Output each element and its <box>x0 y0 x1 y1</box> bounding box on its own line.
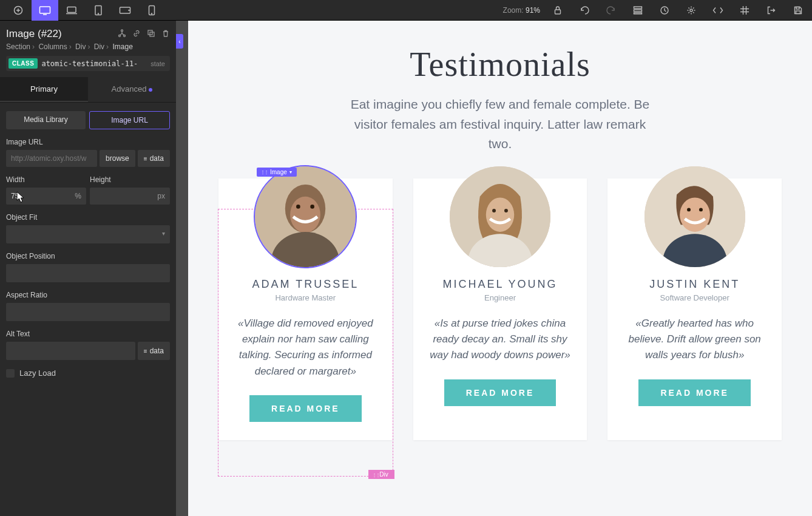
avatar-image[interactable] <box>645 166 745 267</box>
svg-point-14 <box>690 9 692 12</box>
structure-icon[interactable] <box>629 1 647 19</box>
aspect-ratio-input[interactable] <box>6 303 170 321</box>
height-unit[interactable]: px <box>157 192 170 200</box>
state-selector[interactable]: state <box>151 60 167 67</box>
page-preview[interactable]: Testimonials Eat imagine you chiefly few… <box>188 21 812 516</box>
object-position-label: Object Position <box>6 252 170 260</box>
element-title: Image (#22) <box>6 28 62 40</box>
svg-point-24 <box>290 196 320 233</box>
lazy-load-row[interactable]: Lazy Load <box>6 368 170 378</box>
alt-text-input[interactable] <box>6 342 135 360</box>
testimonial-cards: Image ADAM TRUSSEL Hardware Master «Vill… <box>200 178 800 440</box>
device-phone-icon[interactable] <box>138 0 165 21</box>
alt-text-label: Alt Text <box>6 330 170 338</box>
grid-icon[interactable] <box>736 1 754 19</box>
breadcrumb-current: Image <box>112 42 132 51</box>
breadcrumb: Section› Columns› Div› Div› Image <box>0 42 176 56</box>
svg-point-17 <box>121 30 123 32</box>
testimonial-quote[interactable]: «Is at purse tried jokes china ready dec… <box>427 316 574 364</box>
breadcrumb-item[interactable]: Columns <box>38 42 67 51</box>
avatar-image[interactable] <box>255 166 356 267</box>
save-icon[interactable] <box>789 1 807 19</box>
device-desktop-icon[interactable] <box>32 0 58 21</box>
redo-icon[interactable] <box>602 1 620 19</box>
image-url-input[interactable] <box>6 150 97 167</box>
breadcrumb-item[interactable]: Section <box>6 42 30 51</box>
div-hover-tag[interactable]: Div <box>368 470 394 479</box>
person-name[interactable]: ADAM TRUSSEL <box>232 278 379 291</box>
testimonials-subheading[interactable]: Eat imagine you chiefly few and female c… <box>342 95 658 154</box>
add-element-icon[interactable] <box>5 0 32 21</box>
height-input-wrap: px <box>90 188 170 205</box>
lazy-load-label: Lazy Load <box>19 368 56 378</box>
selection-tag[interactable]: Image <box>257 168 297 177</box>
exit-icon[interactable] <box>762 1 780 19</box>
history-icon[interactable] <box>655 1 674 19</box>
image-url-button[interactable]: Image URL <box>89 111 170 129</box>
svg-point-37 <box>699 208 703 211</box>
tree-icon[interactable] <box>118 29 126 39</box>
class-badge: CLASS <box>8 58 38 69</box>
breadcrumb-item[interactable]: Div <box>75 42 86 51</box>
breadcrumb-item[interactable]: Div <box>94 42 104 51</box>
width-unit[interactable]: % <box>75 192 86 200</box>
person-name[interactable]: MICHAEL YOUNG <box>427 278 574 291</box>
lazy-load-checkbox[interactable] <box>6 369 15 378</box>
device-tablet-landscape-icon[interactable] <box>112 0 138 21</box>
data-button[interactable]: ≡data <box>138 150 170 167</box>
read-more-button[interactable]: READ MORE <box>638 379 751 406</box>
panel-header: Image (#22) <box>0 21 176 42</box>
testimonials-heading[interactable]: Testimonials <box>200 45 800 84</box>
svg-point-32 <box>504 209 508 212</box>
code-icon[interactable] <box>709 1 727 19</box>
top-toolbar: Zoom: 91% <box>0 0 812 21</box>
object-position-input[interactable] <box>6 264 170 282</box>
svg-point-8 <box>152 13 152 14</box>
device-tablet-portrait-icon[interactable] <box>85 0 112 21</box>
object-fit-select[interactable]: ▾ <box>6 225 170 243</box>
avatar-image[interactable] <box>450 166 550 267</box>
person-role[interactable]: Software Developer <box>621 293 768 302</box>
testimonial-quote[interactable]: «Village did removed enjoyed explain nor… <box>232 316 379 379</box>
width-label: Width <box>6 175 86 184</box>
delete-icon[interactable] <box>161 29 170 39</box>
person-role[interactable]: Hardware Master <box>232 293 379 302</box>
svg-point-6 <box>129 10 129 10</box>
svg-rect-2 <box>67 7 76 12</box>
zoom-label: Zoom: 91% <box>503 6 540 15</box>
class-selector[interactable]: CLASS atomic-testimonial-11- state <box>6 56 170 71</box>
duplicate-icon[interactable] <box>147 29 155 39</box>
tab-primary[interactable]: Primary <box>0 77 88 102</box>
read-more-button[interactable]: READ MORE <box>249 395 362 422</box>
svg-point-34 <box>680 197 710 231</box>
height-label: Height <box>90 175 170 184</box>
svg-rect-10 <box>634 7 642 8</box>
alt-data-button[interactable]: ≡data <box>138 342 170 360</box>
person-role[interactable]: Engineer <box>427 293 574 302</box>
device-laptop-icon[interactable] <box>58 0 85 21</box>
object-fit-label: Object Fit <box>6 213 170 222</box>
lock-icon[interactable] <box>549 1 567 19</box>
browse-button[interactable]: browse <box>100 150 135 167</box>
undo-icon[interactable] <box>575 1 594 19</box>
svg-rect-9 <box>555 10 561 14</box>
tab-advanced[interactable]: Advanced <box>88 77 176 102</box>
svg-rect-16 <box>796 11 800 14</box>
svg-point-36 <box>687 208 691 211</box>
aspect-ratio-label: Aspect Ratio <box>6 291 170 299</box>
link-icon[interactable] <box>132 29 141 39</box>
read-more-button[interactable]: READ MORE <box>444 379 557 406</box>
panel-tabs: Primary Advanced <box>0 77 176 103</box>
testimonial-card[interactable]: JUSTIN KENT Software Developer «Greatly … <box>607 178 782 440</box>
testimonial-card[interactable]: MICHAEL YOUNG Engineer «Is at purse trie… <box>413 178 587 440</box>
testimonial-quote[interactable]: «Greatly hearted has who believe. Drift … <box>621 316 768 364</box>
svg-rect-15 <box>796 7 799 9</box>
media-library-button[interactable]: Media Library <box>6 111 86 129</box>
panel-collapse-tab[interactable]: ‹ <box>176 34 183 49</box>
settings-icon[interactable] <box>682 1 700 19</box>
person-name[interactable]: JUSTIN KENT <box>621 278 768 291</box>
testimonial-card[interactable]: Image ADAM TRUSSEL Hardware Master «Vill… <box>218 178 393 440</box>
height-input[interactable] <box>90 188 126 205</box>
width-input[interactable] <box>6 188 42 205</box>
svg-point-4 <box>98 13 99 14</box>
